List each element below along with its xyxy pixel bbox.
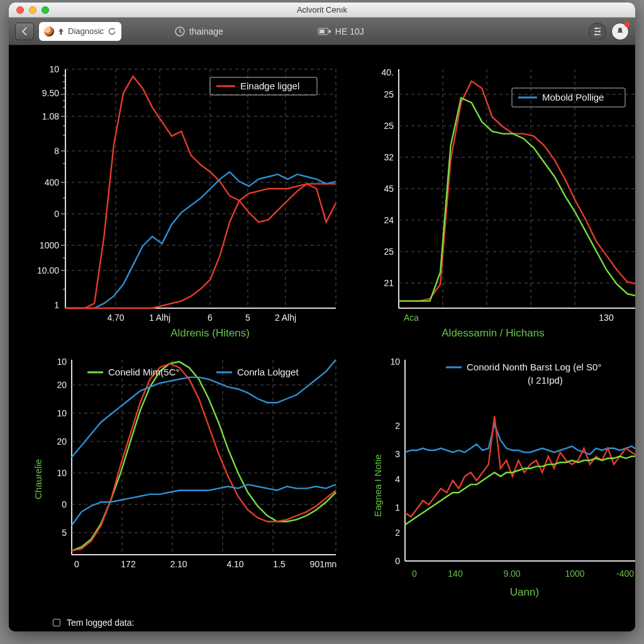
page-title: Diagnosic xyxy=(68,26,104,36)
legend-label: Mobold Pollige xyxy=(542,92,604,103)
xtick: 4.70 xyxy=(107,313,124,323)
legend-label: Conrla Lolgget xyxy=(237,367,299,377)
toolbar-center: thainage xyxy=(164,26,233,37)
xtick: 2 Alhj xyxy=(275,313,296,323)
xtick: 140 xyxy=(448,569,463,579)
ytick: 400 xyxy=(45,177,60,187)
series-line xyxy=(399,98,635,301)
series-line xyxy=(65,184,336,308)
ylabel: Eagnea I Notie xyxy=(372,454,383,516)
notification-badge xyxy=(625,22,630,27)
footer-line1: Fuel ponsionties inta cade more inenace … xyxy=(67,629,271,631)
xlabel: Aldessamin / Hichans xyxy=(441,327,544,339)
series-group xyxy=(72,360,336,551)
ylabel: Chaurelie xyxy=(33,459,43,499)
ytick: 5 xyxy=(62,528,67,538)
xtick: 0 xyxy=(412,569,417,579)
square-outline-icon xyxy=(53,619,60,626)
xtick: 9.00 xyxy=(503,569,520,579)
xtick: 1000 xyxy=(565,569,584,579)
xtick: 901mn xyxy=(310,559,337,569)
chart-bottom-right: 10 2 3 4 1 2 0 0 140 9.00 1000 -400 Uann… xyxy=(367,347,635,611)
chart-top-left: 10 9.50 1.08 8 400 0 1000 10.00 1 4.70 1… xyxy=(28,57,342,340)
toolbar-status: HE 10J xyxy=(308,26,374,36)
x-grid xyxy=(116,69,336,308)
ytick: 25 xyxy=(384,121,394,131)
legend-label: Conorid Nonth Barst Log (el S0° xyxy=(467,362,601,372)
series-line xyxy=(65,76,336,308)
ytick: 32 xyxy=(384,152,394,162)
ytick: 25 xyxy=(384,247,394,257)
bell-icon xyxy=(616,27,625,36)
ytick: 4 xyxy=(395,474,400,484)
series-line xyxy=(72,362,336,551)
series-group xyxy=(65,76,336,308)
ytick: 21 xyxy=(384,278,394,288)
xtick: 2.10 xyxy=(170,559,187,569)
ytick: 40. xyxy=(382,67,394,77)
ytick: 45 xyxy=(384,184,394,194)
ytick: 9.50 xyxy=(42,88,59,98)
svg-point-4 xyxy=(596,27,597,29)
xlabel: Aldrenis (Hitens) xyxy=(170,327,250,339)
toolbar-status-label: HE 10J xyxy=(335,26,364,36)
up-arrow-icon xyxy=(58,28,64,35)
svg-rect-3 xyxy=(319,30,325,33)
reload-icon[interactable] xyxy=(108,27,116,36)
ytick: 24 xyxy=(384,215,394,225)
ytick: 10.00 xyxy=(37,265,59,275)
ytick: 10 xyxy=(57,408,67,418)
battery-icon xyxy=(318,27,331,36)
xlabel: Uann) xyxy=(510,586,539,598)
ytick: 2 xyxy=(395,421,400,431)
sliders-icon xyxy=(592,26,602,36)
legend-label: Einadge liggel xyxy=(240,80,299,91)
ytick: 20 xyxy=(57,436,67,447)
ytick: 1 xyxy=(54,300,59,310)
chevron-left-icon xyxy=(21,27,28,36)
ytick: 25 xyxy=(384,89,394,99)
xtick: 5 xyxy=(245,313,250,323)
ytick: 8 xyxy=(54,146,59,156)
settings-button[interactable] xyxy=(589,23,606,40)
series-group xyxy=(399,81,635,301)
series-line xyxy=(72,364,336,551)
ytick: 1.08 xyxy=(42,111,59,121)
content: 10 9.50 1.08 8 400 0 1000 10.00 1 4.70 1… xyxy=(9,47,635,631)
xtick: 0 xyxy=(74,559,79,569)
toolbar: Diagnosic thainage HE 10J xyxy=(9,18,635,45)
xtick: 1.5 xyxy=(273,559,286,569)
ytick: 0 xyxy=(54,209,59,219)
notifications-button[interactable] xyxy=(611,23,629,40)
ytick: 20 xyxy=(57,380,67,390)
xtick: 130 xyxy=(599,313,614,323)
xtick: 1 Alhj xyxy=(149,313,170,323)
ytick: 10 xyxy=(49,64,59,74)
y-grid xyxy=(399,94,635,283)
svg-point-6 xyxy=(595,33,597,35)
chart-top-right: 40. 25 25 32 45 24 25 21 Aca 130 Aldessa… xyxy=(367,57,635,340)
site-favicon-icon xyxy=(44,26,54,36)
app-window: Aclvorit Cenık Diagnosic thainage HE 10J xyxy=(9,3,635,631)
toolbar-center-label: thainage xyxy=(189,26,223,36)
back-button[interactable] xyxy=(15,23,34,40)
y-grid xyxy=(65,69,336,270)
xtick: 6 xyxy=(208,313,213,323)
clock-icon xyxy=(174,26,186,37)
svg-rect-2 xyxy=(329,30,331,33)
ytick: 0 xyxy=(395,556,400,566)
y-grid xyxy=(72,385,336,533)
ytick: 2 xyxy=(395,528,400,538)
footer-legend: Tem logged data: Fuel ponsionties inta c… xyxy=(9,614,635,631)
ytick: 1000 xyxy=(40,240,59,250)
legend-label-line2: (I 21Ipd) xyxy=(528,375,563,386)
ytick: 1 xyxy=(395,502,400,513)
xtick: 4.10 xyxy=(226,559,243,569)
ytick: 3 xyxy=(395,449,400,459)
address-pill[interactable]: Diagnosic xyxy=(39,22,121,41)
legend-label: Conelid Mim(5C° xyxy=(108,367,180,377)
series-group xyxy=(405,416,635,525)
chart-bottom-left: 10 20 10 20 10 0 5 0 172 2.10 4.10 1.5 9… xyxy=(28,347,342,611)
titlebar: Aclvorit Cenık xyxy=(9,3,635,18)
xtick: -400 xyxy=(616,569,634,579)
